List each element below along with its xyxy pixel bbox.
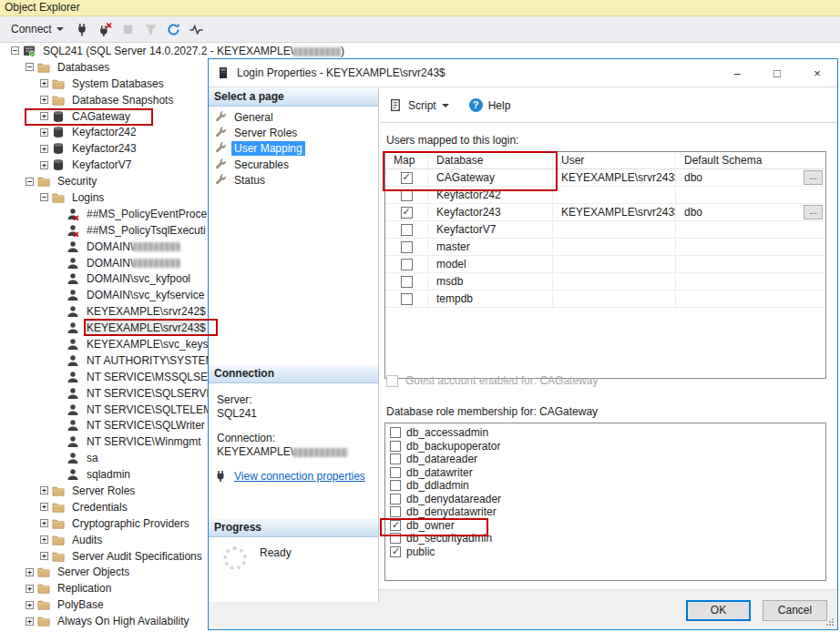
role-checkbox[interactable] bbox=[390, 546, 401, 557]
dialog-left-panel: Select a page GeneralServer RolesUser Ma… bbox=[209, 88, 379, 602]
dialog-right-panel: Script ? Help Users mapped to this login… bbox=[380, 88, 837, 629]
tree-expander-icon[interactable]: − bbox=[26, 178, 34, 186]
table-row[interactable]: master bbox=[385, 239, 825, 256]
role-item-db_accessadmin[interactable]: db_accessadmin bbox=[385, 426, 825, 440]
user-icon bbox=[67, 289, 80, 301]
table-row[interactable]: msdb bbox=[385, 273, 825, 291]
tree-expander-icon[interactable]: + bbox=[26, 601, 34, 609]
table-row[interactable]: model bbox=[385, 256, 825, 273]
role-checkbox[interactable] bbox=[390, 520, 401, 531]
map-checkbox[interactable] bbox=[401, 241, 413, 253]
user-cell bbox=[553, 239, 676, 255]
view-connection-properties-link[interactable]: View connection properties bbox=[234, 470, 365, 483]
tree-expander-icon[interactable]: + bbox=[40, 503, 48, 511]
tree-item-label: Databases bbox=[55, 60, 112, 75]
cancel-button[interactable]: Cancel bbox=[763, 600, 827, 621]
role-item-public[interactable]: public bbox=[385, 545, 825, 559]
page-item-securables[interactable]: Securables bbox=[209, 157, 378, 172]
filter-icon[interactable] bbox=[141, 19, 161, 39]
role-checkbox[interactable] bbox=[390, 441, 401, 452]
tree-item-label: Server Objects bbox=[55, 565, 132, 579]
map-checkbox[interactable] bbox=[401, 224, 413, 236]
role-item-db_denydatareader[interactable]: db_denydatareader bbox=[385, 493, 825, 506]
connect-plug-icon[interactable] bbox=[73, 19, 93, 39]
tree-item[interactable]: −SQL241 (SQL Server 14.0.2027.2 - KEYEXA… bbox=[0, 43, 840, 59]
connect-button[interactable]: Connect bbox=[5, 20, 69, 38]
page-item-general[interactable]: General bbox=[209, 109, 378, 125]
map-checkbox[interactable] bbox=[401, 189, 413, 201]
role-item-db_datawriter[interactable]: db_datawriter bbox=[385, 466, 825, 480]
user-icon bbox=[67, 338, 80, 351]
role-checkbox[interactable] bbox=[390, 533, 401, 544]
role-item-db_owner[interactable]: db_owner bbox=[385, 519, 825, 533]
tree-expander-icon[interactable]: − bbox=[11, 46, 19, 55]
role-item-db_securityadmin[interactable]: db_securityadmin bbox=[385, 532, 825, 545]
minimize-button[interactable]: – bbox=[717, 59, 757, 87]
table-row[interactable]: KeyfactorV7 bbox=[385, 221, 825, 239]
role-item-db_denydatawriter[interactable]: db_denydatawriter bbox=[385, 505, 825, 519]
map-checkbox[interactable] bbox=[401, 293, 413, 305]
help-button[interactable]: Help bbox=[488, 99, 511, 112]
browse-schema-button[interactable]: ... bbox=[804, 205, 823, 219]
browse-schema-button[interactable]: ... bbox=[804, 170, 823, 185]
role-checkbox[interactable] bbox=[390, 454, 401, 464]
table-row[interactable]: tempdb bbox=[385, 291, 825, 308]
tree-expander-icon[interactable]: + bbox=[40, 161, 48, 169]
user-icon bbox=[67, 321, 80, 334]
page-item-status[interactable]: Status bbox=[209, 173, 378, 189]
role-checkbox[interactable] bbox=[390, 480, 401, 491]
tree-expander-icon[interactable]: + bbox=[40, 486, 48, 494]
role-checkbox[interactable] bbox=[390, 494, 401, 505]
tree-expander-icon[interactable]: + bbox=[40, 145, 48, 153]
database-cell: Keyfactor242 bbox=[428, 187, 553, 203]
role-checkbox[interactable] bbox=[390, 427, 401, 438]
tree-expander-icon[interactable]: + bbox=[26, 617, 34, 626]
close-button[interactable]: × bbox=[797, 59, 837, 87]
login-properties-dialog: Login Properties - KEYEXAMPLE\srvr243$ –… bbox=[208, 58, 838, 630]
folder-icon bbox=[52, 501, 66, 514]
refresh-icon[interactable] bbox=[164, 19, 184, 39]
map-checkbox[interactable] bbox=[401, 172, 413, 184]
role-item-db_backupoperator[interactable]: db_backupoperator bbox=[385, 440, 825, 454]
table-row[interactable]: Keyfactor243KEYEXAMPLE\srvr243$dbo... bbox=[385, 204, 825, 221]
tree-item-label: ##MS_PolicyTsqlExecuti bbox=[84, 223, 209, 238]
user-icon bbox=[67, 435, 80, 448]
dialog-toolbar: Script ? Help bbox=[380, 88, 837, 123]
redacted-username bbox=[293, 448, 348, 457]
role-checkbox[interactable] bbox=[390, 467, 401, 478]
tree-expander-icon[interactable]: + bbox=[26, 585, 34, 593]
table-row[interactable]: Keyfactor242 bbox=[385, 187, 825, 204]
map-checkbox[interactable] bbox=[401, 259, 413, 270]
map-checkbox[interactable] bbox=[401, 207, 413, 219]
ok-button[interactable]: OK bbox=[686, 600, 751, 621]
role-checkbox[interactable] bbox=[390, 506, 401, 517]
table-row[interactable]: CAGatewayKEYEXAMPLE\srvr243$dbo... bbox=[385, 169, 825, 187]
role-item-db_datareader[interactable]: db_datareader bbox=[385, 453, 825, 466]
script-button[interactable]: Script bbox=[408, 99, 436, 112]
tree-expander-icon[interactable]: + bbox=[40, 79, 48, 87]
activity-monitor-icon[interactable] bbox=[187, 19, 207, 39]
script-dropdown-icon[interactable] bbox=[442, 104, 449, 107]
tree-expander-icon[interactable]: + bbox=[40, 535, 48, 544]
tree-item-label: Keyfactor242 bbox=[69, 125, 139, 139]
page-item-server-roles[interactable]: Server Roles bbox=[209, 125, 378, 140]
tree-expander-icon[interactable]: − bbox=[40, 193, 48, 201]
dialog-titlebar[interactable]: Login Properties - KEYEXAMPLE\srvr243$ –… bbox=[209, 59, 837, 87]
map-checkbox[interactable] bbox=[401, 276, 413, 288]
tree-expander-icon[interactable]: + bbox=[40, 96, 48, 104]
role-label: public bbox=[406, 545, 435, 558]
page-item-user-mapping[interactable]: User Mapping bbox=[209, 141, 378, 157]
resize-grip[interactable] bbox=[825, 617, 835, 627]
stop-icon[interactable] bbox=[118, 19, 138, 39]
role-label: db_owner bbox=[406, 519, 455, 532]
tree-expander-icon[interactable]: + bbox=[26, 568, 34, 576]
tree-expander-icon[interactable]: − bbox=[26, 63, 34, 71]
maximize-button[interactable]: □ bbox=[757, 59, 797, 87]
role-item-db_ddladmin[interactable]: db_ddladmin bbox=[385, 479, 825, 493]
tree-expander-icon[interactable]: + bbox=[40, 128, 48, 137]
disconnect-plug-icon[interactable] bbox=[96, 19, 116, 39]
tree-expander-icon[interactable]: + bbox=[40, 112, 48, 120]
object-explorer-toolbar: Connect bbox=[0, 16, 840, 43]
tree-expander-icon[interactable]: + bbox=[40, 519, 48, 527]
tree-expander-icon[interactable]: + bbox=[40, 552, 48, 560]
